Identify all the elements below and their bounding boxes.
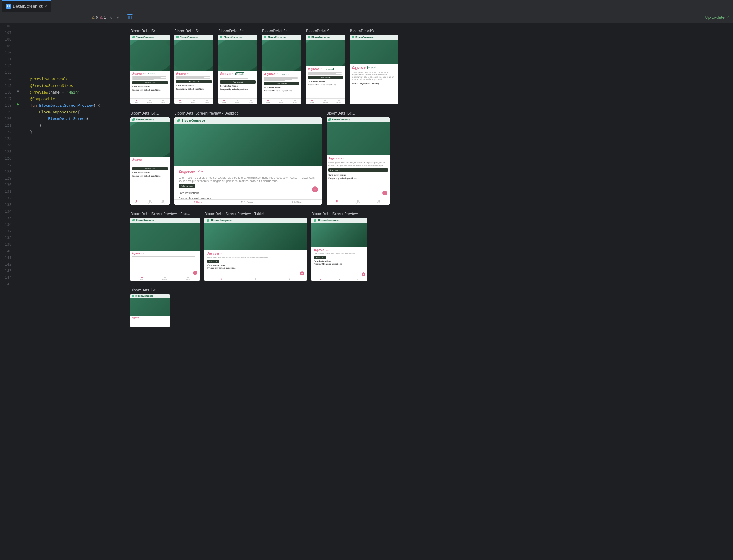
code-line-112: 112	[0, 63, 123, 69]
code-line-109: 109	[0, 43, 123, 49]
code-line-106: 106	[0, 23, 123, 29]
preview-item-tablet: BloomDetailScreenPreview - Tablet BloomC…	[205, 212, 307, 281]
preview-item-tablet-small: BloomDetailScreenPreview - ... BloomComp…	[312, 212, 367, 281]
code-line-125: 125	[0, 149, 123, 155]
alert-count: 1	[104, 15, 106, 20]
code-line-127: 127	[0, 162, 123, 168]
preview-card-phone-wide[interactable]: BloomCompose Agave ✓~	[131, 218, 200, 281]
preview-label-tablet-small: BloomDetailScreenPreview - ...	[312, 212, 367, 216]
preview-label-4: BloomDetailSc...	[262, 29, 301, 33]
status-checkmark: ✓	[726, 15, 729, 20]
code-line-135: 135	[0, 215, 123, 221]
code-line-122: 122 }	[0, 129, 123, 135]
code-line-136: 136	[0, 221, 123, 228]
svg-rect-0	[128, 16, 130, 19]
code-line-124: 124	[0, 142, 123, 149]
care-instructions-label: Care instructions	[179, 191, 318, 196]
preview-card-r2-1[interactable]: BloomCompose Agave Add to cart	[131, 117, 170, 205]
nav-down-button[interactable]: ∨	[115, 14, 121, 20]
split-view-icon[interactable]	[127, 14, 133, 20]
code-line-134: 134	[0, 208, 123, 215]
code-line-108: 108	[0, 36, 123, 43]
preview-card-3[interactable]: BloomCompose Agave ✓~ In stock	[218, 35, 257, 104]
alert-badge: ⚠ 1	[100, 15, 106, 20]
care-instructions-tablet-s: Care instructions	[314, 260, 365, 262]
code-line-128: 128	[0, 168, 123, 175]
preview-card-r4-1[interactable]: BloomCompose Agave	[131, 294, 170, 327]
preview-item-4: BloomDetailSc... BloomCompose Agave ✓~ I…	[262, 29, 301, 104]
code-line-113: 113	[0, 69, 123, 76]
code-line-120: 120 BloomDetailScreen()	[0, 115, 123, 122]
preview-card-tablet[interactable]: BloomCompose Agave ✓~ Lorem ipsum dolor …	[205, 218, 307, 281]
code-line-107: 107	[0, 29, 123, 36]
tab-filename: DetailScreen.kt	[13, 4, 43, 8]
preview-label-6: BloomDetailSc...	[350, 29, 398, 33]
file-tab[interactable]: Kt DetailScreen.kt ×	[2, 0, 51, 12]
code-line-123: 123	[0, 135, 123, 142]
code-line-143: 143	[0, 268, 123, 274]
preview-label-3: BloomDetailSc...	[218, 29, 257, 33]
preview-card-5[interactable]: BloomCompose Agave ✓~ In stock	[306, 35, 345, 104]
preview-label-r2-1: BloomDetailSc...	[131, 111, 170, 115]
preview-item-r4-1: BloomDetailSc... BloomCompose Agave	[131, 288, 170, 327]
code-line-119: 119 BloomComposeTheme{	[0, 109, 123, 115]
code-editor: ⚠ 6 ⚠ 1 ∧ ∨ 106 107 108	[0, 12, 123, 560]
main-layout: ⚠ 6 ⚠ 1 ∧ ∨ 106 107 108	[0, 12, 733, 560]
code-line-126: 126	[0, 155, 123, 162]
tab-bar: Kt DetailScreen.kt ×	[0, 0, 733, 12]
preview-row-1: BloomDetailSc... BloomCompose Agave ✓~ I…	[131, 29, 726, 104]
preview-item-6: BloomDetailSc... BloomCompose Agave In s…	[350, 29, 398, 104]
nav-up-button[interactable]: ∧	[108, 14, 113, 20]
preview-label-5: BloomDetailSc...	[306, 29, 345, 33]
code-line-129: 129	[0, 175, 123, 182]
preview-panel: Up-to-date ✓ BloomDetailSc... BloomCompo…	[123, 12, 733, 560]
preview-card-tablet-small[interactable]: BloomCompose Agave ✓~ Lorem ipsum dolor …	[312, 218, 367, 281]
tab-close-button[interactable]: ×	[45, 4, 47, 8]
fab-icon[interactable]: +	[312, 186, 318, 192]
svg-rect-1	[130, 16, 131, 19]
code-line-130: 130	[0, 182, 123, 188]
preview-card-6[interactable]: BloomCompose Agave In stock Lorem ipsum …	[350, 35, 398, 104]
code-line-138: 138	[0, 235, 123, 241]
preview-row-3: BloomDetailScreenPreview - Pho... BloomC…	[131, 212, 726, 281]
code-line-141: 141	[0, 254, 123, 261]
preview-card-1[interactable]: BloomCompose Agave ✓~ In stock	[131, 35, 170, 104]
code-line-132: 132	[0, 195, 123, 202]
code-line-118: 118 ▶ fun BloomDetailScreenPreview(){	[0, 102, 123, 109]
preview-item-1: BloomDetailSc... BloomCompose Agave ✓~ I…	[131, 29, 170, 104]
settings-gutter-icon[interactable]: ⚙	[17, 89, 20, 93]
code-line-111: 111	[0, 56, 123, 63]
run-gutter-icon[interactable]: ▶	[17, 102, 19, 106]
code-line-121: 121 }	[0, 122, 123, 129]
preview-content[interactable]: BloomDetailSc... BloomCompose Agave ✓~ I…	[123, 23, 733, 560]
code-line-131: 131	[0, 188, 123, 195]
code-line-142: 142	[0, 261, 123, 268]
code-line-117: 117 @Composable	[0, 96, 123, 102]
preview-item-r2-1: BloomDetailSc... BloomCompose Agave	[131, 111, 170, 205]
preview-label-desktop: BloomDetailScreenPreview - Desktop	[174, 111, 322, 115]
preview-card-desktop[interactable]: BloomCompose Agave ✓~ Lorem ipsum dolor …	[174, 117, 322, 205]
preview-card-2[interactable]: BloomCompose Agave ✓~	[174, 35, 214, 104]
preview-item-desktop: BloomDetailScreenPreview - Desktop Bloom…	[174, 111, 322, 205]
kotlin-icon: Kt	[6, 4, 11, 9]
preview-status: Up-to-date ✓	[705, 15, 729, 20]
fab-icon-medium[interactable]: +	[382, 191, 387, 195]
preview-label-1: BloomDetailSc...	[131, 29, 170, 33]
code-area[interactable]: 106 107 108 109 110	[0, 23, 123, 560]
code-line-145: 145	[0, 281, 123, 288]
preview-toolbar: Up-to-date ✓	[123, 12, 733, 23]
preview-label-r2-right: BloomDetailSc...	[327, 111, 389, 115]
status-text: Up-to-date	[705, 15, 725, 20]
faq-tablet-s: Frequently asked questions	[314, 263, 365, 265]
preview-item-5: BloomDetailSc... BloomCompose Agave ✓~ I…	[306, 29, 345, 104]
preview-card-r2-right[interactable]: BloomCompose Agave ✓~ Lorem ipsum dolor …	[327, 117, 389, 205]
preview-label-2: BloomDetailSc...	[174, 29, 214, 33]
care-instructions-tablet: Care instructions	[208, 264, 304, 266]
faq-tablet: Frequently asked questions	[208, 267, 304, 269]
preview-item-3: BloomDetailSc... BloomCompose Agave ✓~ I…	[218, 29, 257, 104]
code-line-144: 144	[0, 274, 123, 281]
warning-icon: ⚠	[91, 15, 95, 20]
code-line-114: 114 @PreviewFontScale	[0, 76, 123, 82]
code-line-137: 137	[0, 228, 123, 235]
preview-card-4[interactable]: BloomCompose Agave ✓~ In stock	[262, 35, 301, 104]
